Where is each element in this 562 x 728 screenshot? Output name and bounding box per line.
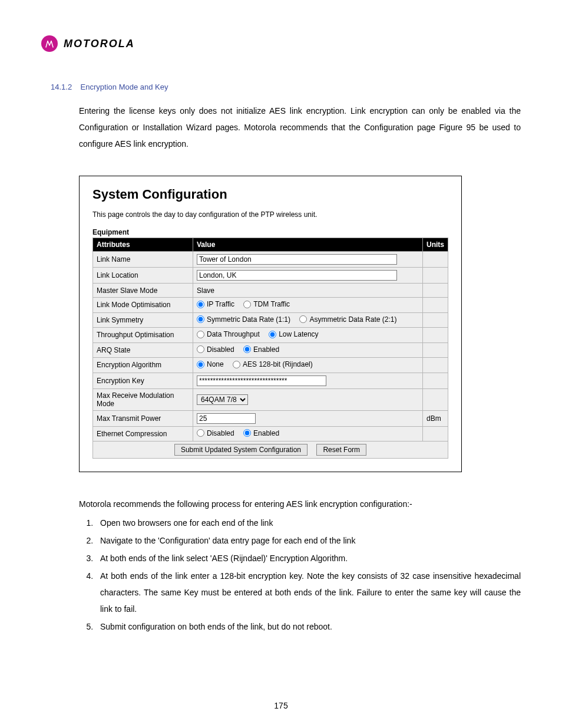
- radio-enc-aes128[interactable]: AES 128-bit (Rijndael): [233, 360, 313, 368]
- attr-label: Link Mode Optimisation: [93, 298, 193, 313]
- max-rx-modulation-select[interactable]: 64QAM 7/8: [197, 394, 248, 405]
- attr-label: Ethernet Compression: [93, 426, 193, 442]
- attr-label: ARQ State: [93, 342, 193, 358]
- motorola-logo-icon: [41, 35, 58, 52]
- link-name-input[interactable]: [197, 254, 397, 265]
- page-number: 175: [0, 701, 562, 710]
- row-encryption-key: Encryption Key: [93, 373, 448, 388]
- row-master-slave: Master Slave Mode Slave: [93, 284, 448, 298]
- row-link-location: Link Location: [93, 268, 448, 284]
- row-link-name: Link Name: [93, 252, 448, 268]
- list-item: At both ends of the link select 'AES (Ri…: [95, 550, 521, 566]
- col-value: Value: [193, 238, 423, 252]
- col-attributes: Attributes: [93, 238, 193, 252]
- button-row: Submit Updated System Configuration Rese…: [93, 442, 448, 459]
- attr-label: Link Name: [93, 252, 193, 268]
- brand-name: MOTOROLA: [64, 38, 135, 50]
- radio-symmetric[interactable]: Symmetric Data Rate (1:1): [197, 315, 290, 324]
- section-heading: 14.1.2 Encryption Mode and Key: [51, 81, 521, 92]
- figure-subtitle: This page controls the day to day config…: [92, 210, 448, 219]
- link-location-input[interactable]: [197, 270, 397, 281]
- row-encryption-algorithm: Encryption Algorithm None AES 128-bit (R…: [93, 358, 448, 373]
- section-number: 14.1.2: [51, 83, 72, 91]
- attr-label: Link Location: [93, 268, 193, 284]
- radio-data-throughput[interactable]: Data Throughput: [197, 330, 260, 338]
- list-item: At both ends of the link enter a 128-bit…: [95, 568, 521, 617]
- radio-ethcomp-disabled[interactable]: Disabled: [197, 429, 234, 437]
- row-max-tx-power: Max Transmit Power dBm: [93, 410, 448, 426]
- master-slave-value: Slave: [193, 284, 423, 298]
- radio-asymmetric[interactable]: Asymmetric Data Rate (2:1): [299, 315, 396, 324]
- radio-ethcomp-enabled[interactable]: Enabled: [243, 429, 279, 437]
- units-dbm: dBm: [423, 410, 448, 426]
- reset-button[interactable]: Reset Form: [316, 444, 366, 456]
- row-link-symmetry: Link Symmetry Symmetric Data Rate (1:1) …: [93, 312, 448, 328]
- row-throughput-optimisation: Throughput Optimisation Data Throughput …: [93, 328, 448, 343]
- col-units: Units: [423, 238, 448, 252]
- radio-enc-none[interactable]: None: [197, 360, 224, 368]
- row-arq-state: ARQ State Disabled Enabled: [93, 342, 448, 358]
- section-title: Encryption Mode and Key: [81, 83, 168, 91]
- radio-arq-enabled[interactable]: Enabled: [243, 345, 279, 354]
- row-max-rx-modulation: Max Receive Modulation Mode 64QAM 7/8: [93, 388, 448, 410]
- radio-low-latency[interactable]: Low Latency: [269, 330, 318, 338]
- row-ethernet-compression: Ethernet Compression Disabled Enabled: [93, 426, 448, 442]
- radio-tdm-traffic[interactable]: TDM Traffic: [243, 300, 290, 308]
- submit-button[interactable]: Submit Updated System Configuration: [174, 444, 308, 456]
- list-item: Navigate to the 'Configuration' data ent…: [95, 532, 521, 549]
- steps-list: Open two browsers one for each end of th…: [79, 515, 521, 635]
- attr-label: Throughput Optimisation: [93, 328, 193, 343]
- encryption-key-input[interactable]: [197, 375, 326, 386]
- attr-label: Link Symmetry: [93, 312, 193, 328]
- radio-ip-traffic[interactable]: IP Traffic: [197, 300, 234, 308]
- attr-label: Encryption Algorithm: [93, 358, 193, 373]
- attr-label: Encryption Key: [93, 373, 193, 388]
- attr-label: Max Transmit Power: [93, 410, 193, 426]
- list-item: Submit configuration on both ends of the…: [95, 618, 521, 635]
- attr-label: Master Slave Mode: [93, 284, 193, 298]
- equipment-label: Equipment: [92, 228, 448, 236]
- radio-arq-disabled[interactable]: Disabled: [197, 345, 234, 354]
- followup-paragraph: Motorola recommends the following proces…: [79, 496, 521, 512]
- brand-header: MOTOROLA: [41, 35, 521, 52]
- configuration-table: Attributes Value Units Link Name Link Lo…: [92, 238, 448, 459]
- attr-label: Max Receive Modulation Mode: [93, 388, 193, 410]
- system-configuration-figure: System Configuration This page controls …: [79, 176, 462, 472]
- figure-title: System Configuration: [92, 187, 448, 202]
- intro-paragraph: Entering the license keys only does not …: [79, 103, 521, 152]
- max-tx-power-input[interactable]: [197, 413, 256, 424]
- list-item: Open two browsers one for each end of th…: [95, 515, 521, 531]
- row-link-mode-optimisation: Link Mode Optimisation IP Traffic TDM Tr…: [93, 298, 448, 313]
